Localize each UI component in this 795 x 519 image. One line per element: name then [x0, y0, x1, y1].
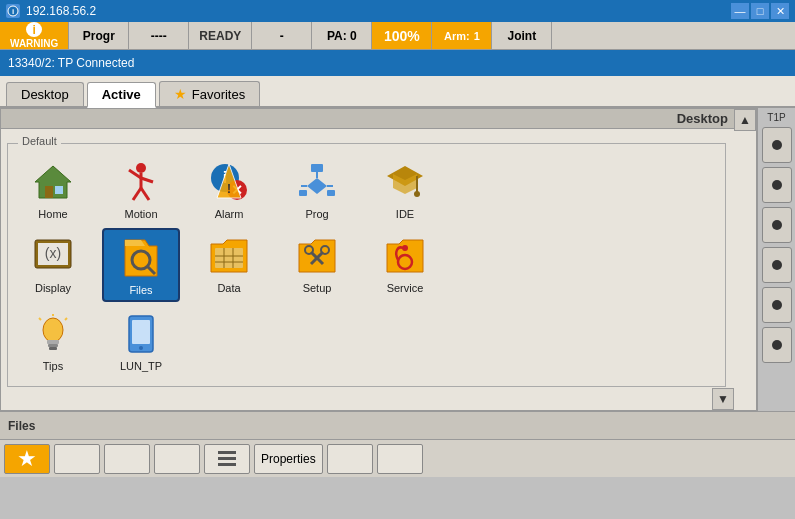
svg-point-48: [402, 245, 408, 251]
svg-rect-3: [45, 186, 53, 198]
svg-rect-60: [218, 457, 236, 460]
toolbar-button-2[interactable]: [104, 444, 150, 474]
right-button-1[interactable]: [762, 127, 792, 163]
t1p-label: T1P: [767, 112, 785, 123]
icon-data[interactable]: Data: [190, 228, 268, 302]
progr-label: Progr: [83, 29, 115, 43]
arm-joint-cell: Arm: 1: [432, 22, 492, 49]
dashes-label: ----: [151, 29, 167, 43]
dashes-cell: ----: [129, 22, 189, 49]
icon-lun-tp[interactable]: LUN_TP: [102, 306, 180, 376]
icon-setup[interactable]: Setup: [278, 228, 356, 302]
toolbar-button-3[interactable]: [154, 444, 200, 474]
icon-ide[interactable]: IDE: [366, 154, 444, 224]
properties-button[interactable]: Properties: [254, 444, 323, 474]
right-button-2[interactable]: [762, 167, 792, 203]
dash-label: -: [280, 29, 284, 43]
icon-prog[interactable]: Prog: [278, 154, 356, 224]
arm-num: 1: [474, 30, 480, 42]
list-icon: [216, 448, 238, 470]
svg-line-54: [65, 318, 67, 320]
right-button-4[interactable]: [762, 247, 792, 283]
right-button-5[interactable]: [762, 287, 792, 323]
data-icon: [205, 232, 253, 280]
icon-alarm[interactable]: i ✕ ! Alarm: [190, 154, 268, 224]
lun-tp-icon: [117, 310, 165, 358]
ide-icon: [381, 158, 429, 206]
svg-text:(x): (x): [45, 245, 61, 261]
alarm-label: Alarm: [215, 208, 244, 220]
close-button[interactable]: ✕: [771, 3, 789, 19]
svg-point-5: [136, 163, 146, 173]
icon-motion[interactable]: Motion: [102, 154, 180, 224]
desktop-panel: Desktop ▲ Default: [0, 108, 757, 411]
svg-point-49: [43, 318, 63, 342]
svg-line-8: [141, 178, 153, 182]
svg-line-55: [39, 318, 41, 320]
tab-active[interactable]: Active: [87, 82, 156, 108]
window-controls: — □ ✕: [731, 3, 789, 19]
bottom-toolbar: ★ Properties: [0, 439, 795, 477]
notification-text: 13340/2: TP Connected: [8, 56, 134, 70]
maximize-button[interactable]: □: [751, 3, 769, 19]
toolbar-button-1[interactable]: [54, 444, 100, 474]
toolbar-button-5[interactable]: [377, 444, 423, 474]
icon-display[interactable]: (x) Display: [14, 228, 92, 302]
tab-desktop-label: Desktop: [21, 87, 69, 102]
icon-row-3: Tips LUN_TP: [14, 306, 719, 376]
title-bar: i 192.168.56.2 — □ ✕: [0, 0, 795, 22]
home-icon: [29, 158, 77, 206]
data-label: Data: [217, 282, 240, 294]
progr-cell: Progr: [69, 22, 129, 49]
svg-rect-52: [49, 347, 57, 350]
warning-label: WARNING: [10, 38, 58, 49]
prog-label: Prog: [305, 208, 328, 220]
percent-label: 100%: [384, 28, 420, 44]
svg-line-9: [133, 188, 141, 200]
group-label: Default: [18, 135, 61, 147]
display-icon: (x): [29, 232, 77, 280]
service-label: Service: [387, 282, 424, 294]
scroll-down-button[interactable]: ▼: [712, 388, 734, 410]
icon-row-1: Home: [14, 154, 719, 224]
service-icon: [381, 232, 429, 280]
icon-service[interactable]: Service: [366, 228, 444, 302]
right-button-6[interactable]: [762, 327, 792, 363]
motion-icon: [117, 158, 165, 206]
arm-label: Arm:: [444, 30, 470, 42]
toolbar-list-button[interactable]: [204, 444, 250, 474]
tab-desktop[interactable]: Desktop: [6, 82, 84, 106]
footer-label: Files: [8, 419, 35, 433]
home-label: Home: [38, 208, 67, 220]
svg-text:i: i: [12, 7, 14, 16]
ready-cell: READY: [189, 22, 252, 49]
right-button-3[interactable]: [762, 207, 792, 243]
pa-cell: PA: 0: [312, 22, 372, 49]
scroll-up-button[interactable]: ▲: [734, 109, 756, 131]
toolbar-button-4[interactable]: [327, 444, 373, 474]
svg-point-58: [139, 346, 143, 350]
favorites-star-button[interactable]: ★: [4, 444, 50, 474]
minimize-button[interactable]: —: [731, 3, 749, 19]
svg-rect-17: [311, 164, 323, 172]
footer-bar: Files: [0, 411, 795, 439]
svg-text:!: !: [227, 182, 231, 196]
tab-favorites[interactable]: ★ Favorites: [159, 81, 260, 106]
app-icon: i: [6, 4, 20, 18]
warning-cell: i WARNING: [0, 22, 69, 49]
pa-label: PA: 0: [327, 29, 357, 43]
tips-label: Tips: [43, 360, 63, 372]
alarm-icon: i ✕ !: [205, 158, 253, 206]
percent-cell: 100%: [372, 22, 432, 49]
icon-tips[interactable]: Tips: [14, 306, 92, 376]
main-area: Desktop ▲ Default: [0, 108, 795, 411]
svg-point-27: [414, 191, 420, 197]
icon-files[interactable]: Files: [102, 228, 180, 302]
svg-marker-19: [307, 178, 327, 194]
desktop-title: Desktop: [677, 111, 728, 126]
tabs-bar: Desktop Active ★ Favorites: [0, 76, 795, 108]
icon-home[interactable]: Home: [14, 154, 92, 224]
ide-label: IDE: [396, 208, 414, 220]
star-large-icon: ★: [17, 446, 37, 472]
display-label: Display: [35, 282, 71, 294]
